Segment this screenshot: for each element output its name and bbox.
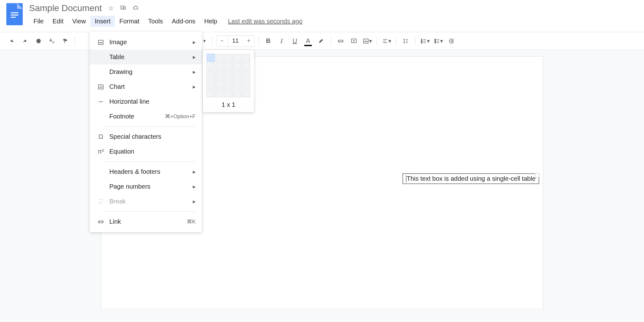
italic-button[interactable]: I	[276, 35, 287, 47]
insert-dropdown: Image ▶ Table ▶ Drawing ▶ Chart ▶ Horizo…	[90, 32, 202, 232]
svg-text:3: 3	[421, 41, 422, 43]
cloud-icon[interactable]	[133, 4, 139, 12]
submenu-arrow-icon: ▶	[193, 70, 196, 74]
highlight-button[interactable]	[316, 35, 327, 47]
font-size-group: − +	[216, 35, 255, 47]
insert-link-item[interactable]: Link ⌘K	[90, 214, 202, 229]
chart-icon	[96, 84, 106, 90]
menu-view[interactable]: View	[68, 16, 90, 27]
insert-drawing-item[interactable]: Drawing ▶	[90, 64, 202, 79]
horizontal-line-icon	[96, 99, 106, 105]
undo-button[interactable]	[6, 35, 18, 47]
submenu-arrow-icon: ▶	[193, 199, 196, 204]
table-size-label: 1 x 1	[207, 101, 250, 108]
table-size-submenu: 1 x 1	[203, 50, 254, 112]
paint-format-button[interactable]	[59, 35, 71, 47]
menubar: File Edit View Insert Format Tools Add-o…	[29, 16, 638, 27]
cell-text: This text box is added using a single-ce…	[407, 175, 536, 182]
insert-image-item[interactable]: Image ▶	[90, 35, 202, 50]
text-color-button[interactable]: A	[302, 35, 314, 47]
menu-tools[interactable]: Tools	[144, 16, 167, 27]
spellcheck-button[interactable]	[46, 35, 58, 47]
menu-help[interactable]: Help	[200, 16, 222, 27]
break-icon	[96, 198, 106, 205]
decrease-indent-button[interactable]	[446, 35, 457, 47]
insert-special-characters-item[interactable]: Ω Special characters	[90, 129, 202, 144]
insert-headers-footers-item[interactable]: Headers & footers ▶	[90, 164, 202, 179]
print-button[interactable]	[33, 35, 44, 47]
insert-equation-item[interactable]: π² Equation	[90, 144, 202, 159]
menu-addons[interactable]: Add-ons	[167, 16, 200, 27]
submenu-arrow-icon: ▶	[193, 40, 196, 45]
insert-image-button[interactable]: ▾	[361, 35, 373, 47]
submenu-arrow-icon: ▶	[193, 185, 196, 189]
menu-format[interactable]: Format	[115, 16, 144, 27]
submenu-arrow-icon: ▶	[193, 170, 196, 174]
title-area: Sample Document ☆ File Edit View Insert …	[29, 3, 638, 27]
underline-button[interactable]: U	[289, 35, 301, 47]
pi-icon: π²	[96, 148, 106, 155]
header: Sample Document ☆ File Edit View Insert …	[0, 0, 644, 32]
svg-point-5	[434, 39, 435, 40]
submenu-arrow-icon: ▶	[193, 55, 196, 59]
menu-edit[interactable]: Edit	[48, 16, 68, 27]
cell-handle-icon[interactable]	[535, 173, 539, 178]
insert-page-numbers-item[interactable]: Page numbers ▶	[90, 179, 202, 194]
move-icon[interactable]	[120, 4, 126, 12]
single-cell-table[interactable]: This text box is added using a single-ce…	[403, 173, 539, 184]
align-button[interactable]: ▾	[381, 35, 392, 47]
insert-chart-item[interactable]: Chart ▶	[90, 79, 202, 94]
star-icon[interactable]: ☆	[108, 4, 114, 12]
svg-point-7	[434, 42, 435, 43]
insert-horizontal-line-item[interactable]: Horizontal line	[90, 94, 202, 109]
font-size-decrease[interactable]: −	[216, 36, 228, 46]
svg-point-6	[434, 40, 435, 41]
numbered-list-button[interactable]: 123 ▾	[419, 35, 431, 47]
insert-table-item[interactable]: Table ▶	[90, 50, 202, 64]
submenu-arrow-icon: ▶	[193, 85, 196, 89]
insert-break-item[interactable]: Break ▶	[90, 194, 202, 209]
insert-footnote-item[interactable]: Footnote ⌘+Option+F	[90, 109, 202, 124]
table-size-grid[interactable]	[207, 54, 250, 97]
line-spacing-button[interactable]	[400, 35, 411, 47]
image-icon	[96, 39, 106, 46]
redo-button[interactable]	[20, 35, 31, 47]
omega-icon: Ω	[96, 133, 106, 140]
table-cell-1-1[interactable]	[207, 54, 215, 62]
add-comment-button[interactable]	[348, 35, 360, 47]
menu-file[interactable]: File	[29, 16, 48, 27]
font-size-increase[interactable]: +	[243, 36, 254, 46]
menu-divider	[104, 126, 196, 127]
document-title[interactable]: Sample Document	[29, 3, 102, 13]
menu-divider	[104, 211, 196, 212]
bulleted-list-button[interactable]: ▾	[433, 35, 444, 47]
font-size-input[interactable]	[228, 36, 243, 46]
menu-divider	[104, 161, 196, 162]
link-icon	[96, 219, 106, 225]
last-edit-link[interactable]: Last edit was seconds ago	[228, 18, 302, 25]
menu-insert[interactable]: Insert	[90, 16, 115, 27]
insert-link-button[interactable]	[335, 35, 346, 47]
docs-logo[interactable]	[6, 3, 23, 25]
bold-button[interactable]: B	[263, 35, 274, 47]
